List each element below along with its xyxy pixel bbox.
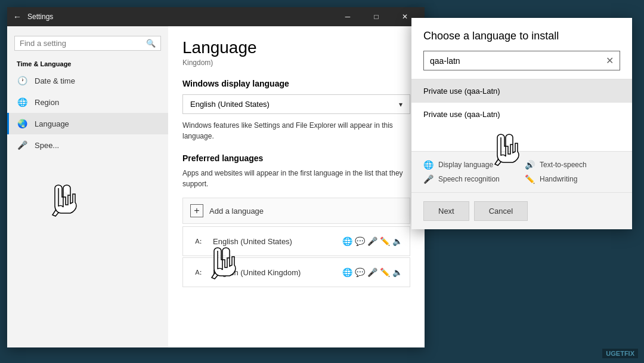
feature-display-language-label: Display language [438, 161, 493, 169]
language-icon: 🌏 [17, 119, 27, 128]
preferred-languages-desc: Apps and websites will appear in the fir… [182, 168, 410, 189]
plus-icon: + [190, 204, 203, 217]
feature-tts: 🔊 Text-to-speech [525, 160, 620, 170]
language-search-box[interactable]: ✕ [423, 51, 620, 70]
next-button[interactable]: Next [423, 201, 469, 221]
tts-badge: 🔈 [392, 236, 402, 246]
language-list-item-1[interactable]: Aː English (United Kingdom) 🌐 💬 🎤 ✏️ 🔈 [182, 257, 410, 287]
result-item-0[interactable]: Private use (qaa-Latn) [411, 79, 632, 103]
display-badge-2: 🌐 [342, 267, 352, 277]
display-language-icon: 🌐 [423, 160, 434, 170]
display-language-hint: Windows features like Settings and File … [182, 120, 410, 141]
back-button[interactable]: ← [13, 12, 21, 21]
dropdown-value: English (United States) [190, 100, 270, 109]
sidebar-item-language[interactable]: 🌏 Language [7, 113, 168, 134]
title-bar: ← Settings ─ □ ✕ [7, 7, 425, 26]
tts-badge-2: 🔈 [392, 267, 402, 277]
feature-display-language: 🌐 Display language [423, 160, 519, 170]
language-flag-icon: Aː [190, 233, 207, 250]
speech-badge: 🎤 [367, 236, 377, 246]
speech-recognition-icon: 🎤 [423, 174, 434, 184]
install-language-dialog: Choose a language to install ✕ Private u… [411, 18, 632, 229]
feature-speech-recognition: 🎤 Speech recognition [423, 174, 519, 184]
tts-icon: 🔊 [525, 160, 535, 170]
search-input[interactable] [20, 39, 146, 48]
dialog-footer: Next Cancel [411, 192, 632, 229]
sidebar-item-speech[interactable]: 🎤 Spee... [7, 134, 168, 156]
page-subtitle: Kingdom) [182, 59, 410, 67]
feature-tts-label: Text-to-speech [540, 161, 587, 169]
add-language-button[interactable]: + Add a language [182, 198, 410, 224]
sidebar-item-date-time[interactable]: 🕐 Date & time [7, 70, 168, 91]
chevron-down-icon: ▾ [399, 100, 402, 109]
display-language-dropdown[interactable]: English (United States) ▾ [182, 94, 410, 114]
feature-speech-recognition-label: Speech recognition [438, 175, 500, 183]
search-icon: 🔍 [146, 39, 156, 48]
sidebar-item-label: Spee... [35, 141, 59, 150]
sidebar-item-label: Date & time [35, 76, 75, 85]
restore-button[interactable]: □ [363, 7, 390, 26]
handwriting-icon: ✏️ [525, 174, 535, 184]
sidebar-item-region[interactable]: 🌐 Region [7, 91, 168, 113]
main-content: Language Kingdom) Windows display langua… [168, 26, 425, 347]
sidebar-item-label: Language [35, 119, 69, 128]
language-badges-2: 🌐 💬 🎤 ✏️ 🔈 [342, 267, 402, 277]
page-title: Language [182, 38, 410, 57]
sidebar-section-label: Time & Language [7, 57, 168, 70]
language-name: English (United States) [213, 237, 336, 246]
feature-handwriting: ✏️ Handwriting [525, 174, 620, 184]
search-clear-icon[interactable]: ✕ [606, 55, 614, 66]
feature-handwriting-label: Handwriting [540, 175, 577, 183]
language-flag-icon-2: Aː [190, 264, 207, 281]
handwriting-badge-2: ✏️ [380, 267, 390, 277]
display-badge: 🌐 [342, 236, 352, 246]
dialog-features: 🌐 Display language 🔊 Text-to-speech 🎤 Sp… [411, 151, 632, 192]
dialog-header: Choose a language to install ✕ [411, 18, 632, 79]
settings-body: 🔍 Time & Language 🕐 Date & time 🌐 Region… [7, 26, 425, 347]
date-time-icon: 🕐 [17, 76, 27, 85]
language-name-2: English (United Kingdom) [213, 268, 336, 277]
sidebar-item-label: Region [35, 98, 59, 107]
windows-display-language-title: Windows display language [182, 79, 410, 88]
dialog-title: Choose a language to install [423, 30, 620, 42]
minimize-button[interactable]: ─ [334, 7, 361, 26]
speech-badge-2: 🎤 [367, 267, 377, 277]
settings-window: ← Settings ─ □ ✕ 🔍 Time & Language 🕐 Dat… [7, 7, 425, 347]
preferred-languages-section: Preferred languages Apps and websites wi… [182, 153, 410, 287]
result-item-1[interactable]: Private use (qaa-Latn) [411, 103, 632, 126]
sidebar: 🔍 Time & Language 🕐 Date & time 🌐 Region… [7, 26, 168, 347]
window-title: Settings [27, 13, 334, 21]
window-controls: ─ □ ✕ [334, 7, 419, 26]
keyboard-badge-2: 💬 [355, 267, 365, 277]
search-container[interactable]: 🔍 [14, 36, 161, 51]
cancel-button[interactable]: Cancel [474, 201, 528, 221]
handwriting-badge: ✏️ [380, 236, 390, 246]
language-search-input[interactable] [430, 56, 602, 66]
language-badges: 🌐 💬 🎤 ✏️ 🔈 [342, 236, 402, 246]
preferred-languages-title: Preferred languages [182, 153, 410, 163]
watermark: UGETFIX [602, 349, 638, 358]
speech-icon: 🎤 [17, 140, 27, 150]
dialog-results: Private use (qaa-Latn) Private use (qaa-… [411, 79, 632, 151]
keyboard-badge: 💬 [355, 236, 365, 246]
region-icon: 🌐 [17, 97, 27, 107]
add-language-label: Add a language [209, 207, 264, 216]
language-list-item-0[interactable]: Aː English (United States) 🌐 💬 🎤 ✏️ 🔈 [182, 226, 410, 256]
